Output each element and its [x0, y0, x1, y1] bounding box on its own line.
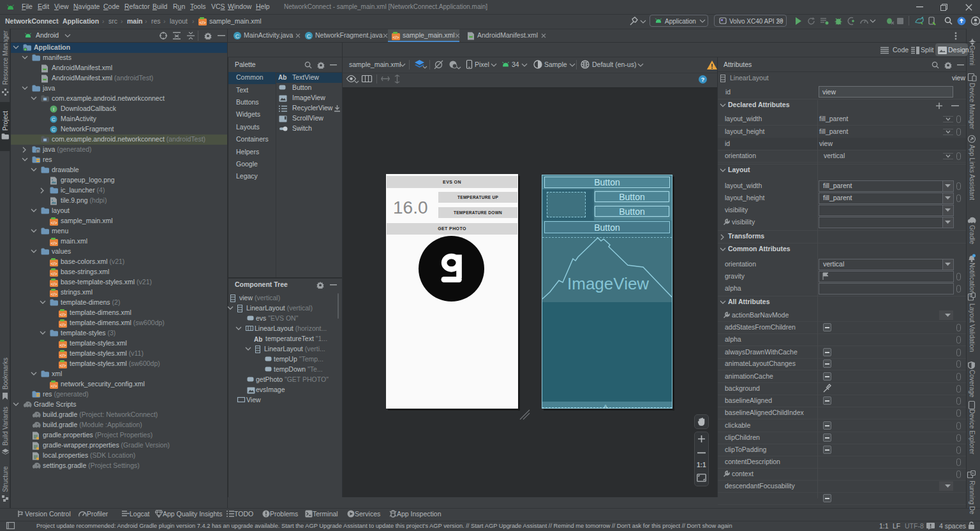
svg-text:</>: </>: [50, 282, 57, 286]
svg-text:?: ?: [701, 76, 705, 83]
svg-text:</>: </>: [50, 272, 57, 276]
svg-text:</>: </>: [59, 343, 66, 347]
svg-text:</>: </>: [50, 261, 57, 266]
svg-text:</>: </>: [59, 312, 66, 317]
svg-text:C: C: [52, 117, 56, 122]
svg-text:</>: </>: [50, 221, 57, 225]
svg-text:</>: </>: [59, 363, 66, 368]
svg-text:</>: </>: [50, 384, 57, 388]
svg-text:</>: </>: [59, 323, 66, 327]
svg-text:</>: </>: [199, 20, 205, 25]
svg-text:</>: </>: [50, 241, 57, 245]
svg-text:C: C: [52, 127, 56, 133]
svg-text:C: C: [235, 33, 240, 40]
svg-text:I: I: [53, 106, 54, 112]
svg-text:</>: </>: [392, 35, 399, 40]
svg-text:</>: </>: [50, 292, 57, 296]
svg-text:C: C: [307, 33, 311, 40]
svg-text:</>: </>: [59, 353, 66, 358]
